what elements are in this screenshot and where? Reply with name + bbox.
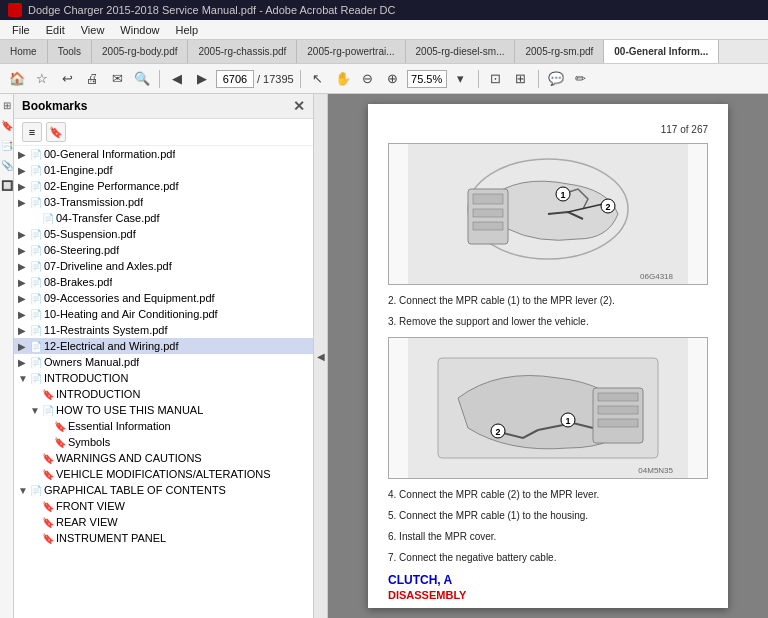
page-separator: / (257, 73, 260, 85)
collapse-panel[interactable]: ◀ (314, 94, 328, 618)
tab-general[interactable]: 00-General Inform... (604, 40, 719, 63)
tab-home[interactable]: Home (0, 40, 48, 63)
bookmark-label-0: 00-General Information.pdf (44, 148, 175, 160)
menu-view[interactable]: View (73, 22, 113, 38)
bookmark-arrow-13: ▶ (18, 357, 30, 368)
bookmark-item-23[interactable]: 🔖REAR VIEW (14, 514, 313, 530)
bookmark-item-11[interactable]: ▶📄11-Restraints System.pdf (14, 322, 313, 338)
step-4: 4. Connect the MPR cable (2) to the MPR … (388, 487, 708, 502)
zoom-input[interactable] (407, 70, 447, 88)
bookmarks-close-button[interactable]: ✕ (293, 98, 305, 114)
tab-diesel[interactable]: 2005-rg-diesel-sm... (406, 40, 516, 63)
bookmark-item-12[interactable]: ▶📄12-Electrical and Wiring.pdf (14, 338, 313, 354)
bookmark-item-15[interactable]: 🔖INTRODUCTION (14, 386, 313, 402)
bookmark-item-5[interactable]: ▶📄05-Suspension.pdf (14, 226, 313, 242)
menu-file[interactable]: File (4, 22, 38, 38)
tab-tools[interactable]: Tools (48, 40, 92, 63)
svg-rect-7 (473, 194, 503, 204)
zoom-button[interactable]: 🔍 (131, 68, 153, 90)
bookmark-item-17[interactable]: 🔖Essential Information (14, 418, 313, 434)
page-number-display: 117 of 267 (388, 124, 708, 135)
bookmarks-toolbar: ≡ 🔖 (14, 119, 313, 146)
bookmark-label-9: 09-Accessories and Equipment.pdf (44, 292, 215, 304)
bookmark-item-2[interactable]: ▶📄02-Engine Performance.pdf (14, 178, 313, 194)
bookmark-item-1[interactable]: ▶📄01-Engine.pdf (14, 162, 313, 178)
bookmark-label-5: 05-Suspension.pdf (44, 228, 136, 240)
next-page-button[interactable]: ▶ (191, 68, 213, 90)
page-number-input[interactable] (216, 70, 254, 88)
bookmark-arrow-5: ▶ (18, 229, 30, 240)
forward-button[interactable]: ↩ (56, 68, 78, 90)
email-button[interactable]: ✉ (106, 68, 128, 90)
bookmark-item-20[interactable]: 🔖VEHICLE MODIFICATIONS/ALTERATIONS (14, 466, 313, 482)
menu-window[interactable]: Window (112, 22, 167, 38)
tab-powertrain[interactable]: 2005-rg-powertrai... (297, 40, 405, 63)
bookmark-item-9[interactable]: ▶📄09-Accessories and Equipment.pdf (14, 290, 313, 306)
title-bar: Dodge Charger 2015-2018 Service Manual.p… (0, 0, 768, 20)
bookmark-arrow-11: ▶ (18, 325, 30, 336)
zoom-out-button[interactable]: ⊖ (357, 68, 379, 90)
bookmark-item-18[interactable]: 🔖Symbols (14, 434, 313, 450)
fit-page-button[interactable]: ⊡ (485, 68, 507, 90)
hand-tool[interactable]: ✋ (332, 68, 354, 90)
zoom-in-button[interactable]: ⊕ (382, 68, 404, 90)
bookmarks-title-area: Bookmarks (22, 99, 87, 113)
bookmark-item-19[interactable]: 🔖WARNINGS AND CAUTIONS (14, 450, 313, 466)
svg-text:04M5N35: 04M5N35 (638, 466, 673, 475)
menu-help[interactable]: Help (167, 22, 206, 38)
side-icon-bookmarks[interactable]: 🔖 (0, 118, 14, 132)
clutch-section-title: CLUTCH, A (388, 573, 708, 587)
fit-width-button[interactable]: ⊞ (510, 68, 532, 90)
bookmark-label-19: WARNINGS AND CAUTIONS (56, 452, 202, 464)
tab-chassis[interactable]: 2005-rg-chassis.pdf (188, 40, 297, 63)
bookmark-arrow-10: ▶ (18, 309, 30, 320)
prev-page-button[interactable]: ◀ (166, 68, 188, 90)
step-7: 7. Connect the negative battery cable. (388, 550, 708, 565)
bookmark-arrow-1: ▶ (18, 165, 30, 176)
bookmark-item-16[interactable]: ▼📄HOW TO USE THIS MANUAL (14, 402, 313, 418)
zoom-dropdown[interactable]: ▾ (450, 68, 472, 90)
bookmark-icon-23: 🔖 (42, 517, 56, 528)
pen-button[interactable]: ✏ (570, 68, 592, 90)
bookmark-item-13[interactable]: ▶📄Owners Manual.pdf (14, 354, 313, 370)
side-icon-1[interactable]: ⊞ (0, 98, 14, 112)
bookmark-item-21[interactable]: ▼📄GRAPHICAL TABLE OF CONTENTS (14, 482, 313, 498)
bookmark-icon-11: 📄 (30, 325, 44, 336)
bookmark-label-3: 03-Transmission.pdf (44, 196, 143, 208)
side-icon-5[interactable]: 🔲 (0, 178, 14, 192)
bookmark-item-22[interactable]: 🔖FRONT VIEW (14, 498, 313, 514)
window-title: Dodge Charger 2015-2018 Service Manual.p… (28, 4, 396, 16)
home-button[interactable]: 🏠 (6, 68, 28, 90)
bookmark-item-24[interactable]: 🔖INSTRUMENT PANEL (14, 530, 313, 546)
bookmark-arrow-7: ▶ (18, 261, 30, 272)
side-icon-attachments[interactable]: 📎 (0, 158, 14, 172)
bookmark-icon-7: 📄 (30, 261, 44, 272)
bookmarks-add[interactable]: 🔖 (46, 122, 66, 142)
bookmark-item-8[interactable]: ▶📄08-Brakes.pdf (14, 274, 313, 290)
bookmark-item-10[interactable]: ▶📄10-Heating and Air Conditioning.pdf (14, 306, 313, 322)
bookmark-item-6[interactable]: ▶📄06-Steering.pdf (14, 242, 313, 258)
svg-text:1: 1 (565, 416, 570, 426)
bookmark-icon-15: 🔖 (42, 389, 56, 400)
bookmark-item-0[interactable]: ▶📄00-General Information.pdf (14, 146, 313, 162)
print-button[interactable]: 🖨 (81, 68, 103, 90)
pdf-viewer[interactable]: 117 of 267 1 2 (328, 94, 768, 618)
comment-button[interactable]: 💬 (545, 68, 567, 90)
bookmarks-list[interactable]: ▶📄00-General Information.pdf▶📄01-Engine.… (14, 146, 313, 618)
bookmark-item-3[interactable]: ▶📄03-Transmission.pdf (14, 194, 313, 210)
back-button[interactable]: ☆ (31, 68, 53, 90)
bookmark-label-24: INSTRUMENT PANEL (56, 532, 166, 544)
bookmark-item-4[interactable]: 📄04-Transfer Case.pdf (14, 210, 313, 226)
side-icon-layers[interactable]: 📑 (0, 138, 14, 152)
bookmark-item-7[interactable]: ▶📄07-Driveline and Axles.pdf (14, 258, 313, 274)
bookmark-arrow-16: ▼ (30, 405, 42, 416)
tab-sm[interactable]: 2005-rg-sm.pdf (515, 40, 604, 63)
bookmarks-collapse-all[interactable]: ≡ (22, 122, 42, 142)
menu-edit[interactable]: Edit (38, 22, 73, 38)
tab-body[interactable]: 2005-rg-body.pdf (92, 40, 188, 63)
svg-text:2: 2 (605, 202, 610, 212)
pointer-tool[interactable]: ↖ (307, 68, 329, 90)
bookmark-icon-24: 🔖 (42, 533, 56, 544)
bookmark-item-14[interactable]: ▼📄INTRODUCTION (14, 370, 313, 386)
bookmark-arrow-3: ▶ (18, 197, 30, 208)
